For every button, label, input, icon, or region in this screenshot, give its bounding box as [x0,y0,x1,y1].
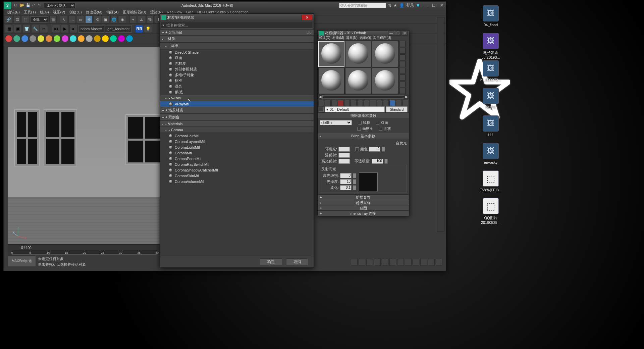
gloss-value[interactable]: 10 [340,179,352,184]
rect-sel-icon[interactable]: ▭ [77,16,84,23]
faceted-checkbox[interactable] [379,127,382,131]
opacity-value[interactable]: 100 [372,159,383,164]
snap-icon[interactable]: ⌖ [129,16,137,23]
material-item[interactable]: CoronaLayeredMtl [160,139,314,144]
material-item[interactable]: CoronaPortalMtl [160,156,314,161]
mated-side-icon-3[interactable] [399,61,406,67]
desktop-shortcut[interactable]: 🖼54678 [479,88,502,109]
sample-slot-1[interactable] [318,41,344,67]
bind-icon[interactable]: ⬚ [22,16,29,23]
rb-icon-3[interactable]: 👕 [22,25,31,33]
extras-icon-4[interactable] [37,35,45,42]
material-item[interactable]: 多维/子对象 [160,72,314,78]
link-icon[interactable]: 🔗 [5,16,12,23]
mated-close-button[interactable]: ✕ [401,31,408,36]
slots-scrollbar[interactable]: ◀▶ [318,95,409,99]
shader-select[interactable]: (B)Blinn [320,120,352,125]
extras-icon-6[interactable] [53,35,61,42]
rotate-icon[interactable]: ⟲ [94,16,101,23]
mated-menu-item[interactable]: 材质(M) [332,36,344,40]
minimize-button[interactable]: — [422,3,430,8]
unlink-icon[interactable]: ⛓ [13,16,21,23]
material-item[interactable]: CoronaSkinMtl [160,173,314,179]
mated-tool-icon-4[interactable] [344,100,350,106]
select-icon[interactable]: ↖ [60,16,67,23]
desktop-shortcut[interactable]: 🖼111 [479,115,502,137]
rollout-supersample[interactable]: +超级采样 [318,200,409,205]
rb-play-icon[interactable]: ▶ [61,25,69,33]
rollout-maps[interactable]: +贴图 [318,205,409,210]
mated-tool-icon-5[interactable] [351,100,356,106]
mated-tool-icon-12[interactable] [396,100,401,106]
extras-icon-12[interactable] [102,35,109,42]
material-item[interactable]: CoronaVolumeMtl [160,179,314,184]
extras-icon-2[interactable] [21,35,29,42]
extras-icon-13[interactable] [110,35,117,42]
browser-group-header[interactable]: -- 材质 [160,35,314,42]
mated-side-icon-4[interactable] [399,68,406,74]
rollout-blinn-header[interactable]: -Blinn 基本参数 [318,133,409,139]
desktop-shortcut[interactable]: 🖼电子发票pdf20190... [479,33,502,59]
nav-icon-1[interactable] [359,259,365,265]
menu-item[interactable]: 组(G) [38,10,51,15]
app-logo[interactable]: 3 [4,2,11,9]
material-item[interactable]: CoronaLightMtl [160,144,314,150]
mated-tool-icon-9[interactable] [377,100,382,106]
command-panel[interactable] [437,17,444,232]
help-search-input[interactable] [339,3,386,8]
selfillum-spinner[interactable] [382,147,385,152]
menu-item[interactable]: 动画(A) [105,10,120,15]
browser-ok-button[interactable]: 确定 [260,258,282,266]
wire-checkbox[interactable] [358,121,362,124]
rb-prev-icon[interactable]: ⏮ [52,25,60,33]
material-item[interactable]: CoronaShadowCatcherMtl [160,167,314,173]
material-item[interactable]: VRayMtl [160,101,314,107]
user-icon[interactable]: 👤 [399,3,404,8]
material-type-button[interactable]: Standard [386,106,408,112]
menu-item[interactable]: 视图(V) [51,10,67,15]
mated-menu-item[interactable]: 模式(D) [319,36,330,40]
mated-tool-icon-2[interactable] [331,100,337,106]
mated-tool-icon-8[interactable] [370,100,376,106]
extras-icon-9[interactable] [77,35,85,42]
nav-icon-7[interactable] [405,259,412,265]
material-item[interactable]: CoronaHairMtl [160,133,314,139]
browser-group-header[interactable]: -- 标准 [160,42,314,49]
extras-icon-11[interactable] [94,35,101,42]
material-item[interactable]: 双面 [160,55,314,61]
browser-group-header[interactable]: -- Materials [160,121,314,127]
mated-tool-icon-13[interactable] [402,100,408,106]
rollout-extended[interactable]: +扩展参数 [318,194,409,200]
timeline[interactable]: 0 / 100 0510152025303540 [8,245,161,255]
extras-icon-1[interactable] [13,35,20,42]
gloss-spinner[interactable] [353,179,356,184]
selfillum-value[interactable]: 0 [369,147,380,152]
rb-next-icon[interactable]: ⏭ [69,25,77,33]
sample-slot-2[interactable] [345,41,371,67]
mated-tool-icon-11[interactable] [389,100,395,106]
star-icon[interactable]: ★ [393,3,397,8]
rb-badge[interactable]: RB [135,25,143,33]
rb-icon-4[interactable]: 🔧 [31,25,39,33]
sample-slot-3[interactable] [372,41,398,67]
scale-icon[interactable]: ▣ [102,16,109,23]
material-item[interactable]: 壳材质 [160,61,314,66]
soften-spinner[interactable] [353,185,356,190]
nav-icon-6[interactable] [397,259,404,265]
rb-icon-5[interactable]: ✂ [40,25,48,33]
rb-bulb-icon[interactable]: 💡 [144,25,152,33]
extras-icon-3[interactable] [29,35,37,42]
save-icon[interactable]: 💾 [26,3,31,8]
nav-icon-2[interactable] [366,259,373,265]
pivot-icon[interactable]: ◉ [119,16,126,23]
menu-item[interactable]: 工具(T) [22,10,38,15]
extras-icon-7[interactable] [61,35,69,42]
undo-icon[interactable]: ↶ [32,3,37,8]
mated-tool-icon-6[interactable] [357,100,363,106]
material-item[interactable]: 顶/底 [160,89,314,95]
desktop-shortcut[interactable]: ⬚[P3(%{FEI3... [479,170,502,192]
mated-min-button[interactable]: — [388,31,394,36]
mated-tool-icon-7[interactable] [364,100,369,106]
pick-material-icon[interactable] [319,107,324,112]
browser-titlebar[interactable]: 材质/贴图浏览器 ✕ [160,14,314,21]
